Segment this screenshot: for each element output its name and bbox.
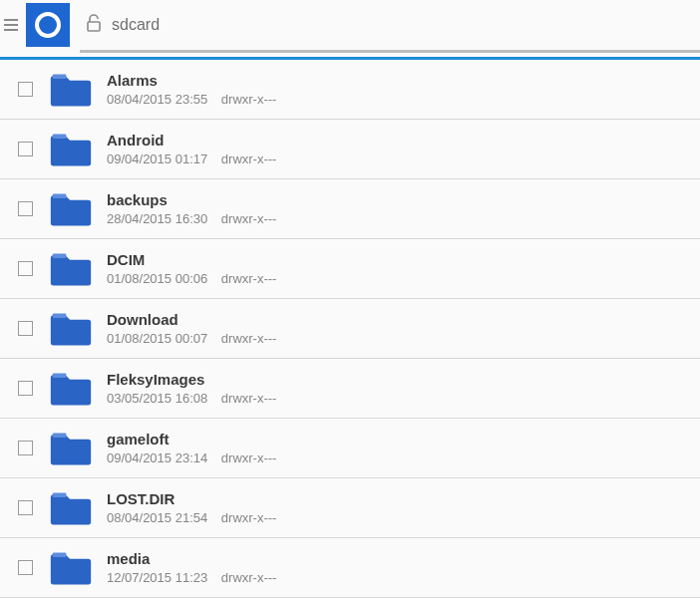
file-name: Alarms — [107, 72, 700, 89]
file-sub: 09/04/2015 23:14 drwxr-x--- — [107, 450, 700, 465]
file-permissions: drwxr-x--- — [221, 450, 277, 465]
file-name: backups — [107, 191, 700, 208]
row-meta: Download 01/08/2015 00:07 drwxr-x--- — [107, 311, 700, 346]
folder-icon — [49, 548, 93, 588]
list-item[interactable]: backups 28/04/2015 16:30 drwxr-x--- — [0, 179, 700, 239]
file-date: 12/07/2015 11:23 — [107, 570, 207, 585]
file-date: 01/08/2015 00:06 — [107, 271, 207, 286]
row-checkbox[interactable] — [18, 142, 33, 156]
file-sub: 01/08/2015 00:07 drwxr-x--- — [107, 331, 700, 346]
file-permissions: drwxr-x--- — [221, 331, 277, 346]
row-meta: gameloft 09/04/2015 23:14 drwxr-x--- — [107, 431, 700, 465]
row-meta: Alarms 08/04/2015 23:55 drwxr-x--- — [107, 72, 700, 107]
file-permissions: drwxr-x--- — [221, 151, 277, 166]
file-date: 28/04/2015 16:30 — [107, 211, 207, 226]
folder-icon — [49, 429, 93, 468]
file-name: Android — [107, 132, 700, 149]
folder-icon — [49, 488, 93, 528]
file-name: media — [107, 550, 700, 567]
row-checkbox[interactable] — [18, 381, 33, 396]
file-name: DCIM — [107, 251, 700, 268]
file-date: 09/04/2015 01:17 — [107, 151, 207, 166]
file-permissions: drwxr-x--- — [221, 570, 277, 585]
svg-rect-0 — [88, 22, 100, 31]
row-checkbox[interactable] — [18, 321, 33, 336]
svg-rect-6 — [53, 373, 67, 378]
file-sub: 03/05/2015 16:08 drwxr-x--- — [107, 391, 700, 406]
file-name: gameloft — [107, 431, 700, 448]
file-name: LOST.DIR — [107, 490, 700, 507]
folder-icon — [49, 130, 93, 169]
svg-rect-8 — [53, 492, 67, 497]
file-date: 01/08/2015 00:07 — [107, 331, 207, 346]
list-item[interactable]: Alarms 08/04/2015 23:55 drwxr-x--- — [0, 60, 700, 120]
file-permissions: drwxr-x--- — [221, 92, 277, 107]
file-sub: 09/04/2015 01:17 drwxr-x--- — [107, 151, 700, 166]
file-sub: 08/04/2015 23:55 drwxr-x--- — [107, 92, 700, 107]
row-meta: media 12/07/2015 11:23 drwxr-x--- — [107, 550, 700, 585]
list-item[interactable]: gameloft 09/04/2015 23:14 drwxr-x--- — [0, 419, 700, 478]
svg-rect-5 — [53, 313, 67, 318]
unlock-icon[interactable] — [86, 14, 102, 36]
file-permissions: drwxr-x--- — [221, 391, 277, 406]
row-checkbox[interactable] — [18, 261, 33, 276]
file-date: 03/05/2015 16:08 — [107, 391, 207, 406]
folder-icon — [49, 189, 93, 229]
folder-icon — [49, 249, 93, 289]
file-name: FleksyImages — [107, 371, 700, 388]
list-item[interactable]: FleksyImages 03/05/2015 16:08 drwxr-x--- — [0, 359, 700, 419]
file-sub: 01/08/2015 00:06 drwxr-x--- — [107, 271, 700, 286]
file-list: Alarms 08/04/2015 23:55 drwxr-x--- Andro… — [0, 60, 700, 598]
file-permissions: drwxr-x--- — [221, 510, 277, 525]
list-item[interactable]: media 12/07/2015 11:23 drwxr-x--- — [0, 538, 700, 598]
svg-rect-7 — [53, 433, 67, 438]
file-date: 08/04/2015 23:55 — [107, 92, 207, 107]
row-checkbox[interactable] — [18, 82, 33, 97]
svg-rect-1 — [53, 74, 67, 79]
list-item[interactable]: Download 01/08/2015 00:07 drwxr-x--- — [0, 299, 700, 359]
file-sub: 12/07/2015 11:23 drwxr-x--- — [107, 570, 700, 585]
menu-icon[interactable] — [4, 19, 22, 31]
folder-icon — [49, 369, 93, 409]
folder-icon — [49, 309, 93, 349]
file-date: 09/04/2015 23:14 — [107, 450, 207, 465]
row-checkbox[interactable] — [18, 201, 33, 216]
header-bar: sdcard — [0, 0, 700, 50]
file-permissions: drwxr-x--- — [221, 271, 277, 286]
logo-circle-icon — [35, 12, 61, 38]
file-sub: 08/04/2015 21:54 drwxr-x--- — [107, 510, 700, 525]
row-meta: backups 28/04/2015 16:30 drwxr-x--- — [107, 191, 700, 226]
svg-rect-2 — [53, 134, 67, 139]
svg-rect-3 — [53, 193, 67, 198]
row-meta: DCIM 01/08/2015 00:06 drwxr-x--- — [107, 251, 700, 286]
breadcrumb-path[interactable]: sdcard — [112, 16, 160, 34]
row-meta: FleksyImages 03/05/2015 16:08 drwxr-x--- — [107, 371, 700, 406]
list-item[interactable]: DCIM 01/08/2015 00:06 drwxr-x--- — [0, 239, 700, 299]
app-logo[interactable] — [26, 3, 70, 47]
svg-rect-9 — [53, 552, 67, 557]
list-item[interactable]: LOST.DIR 08/04/2015 21:54 drwxr-x--- — [0, 478, 700, 538]
row-checkbox[interactable] — [18, 500, 33, 515]
row-checkbox[interactable] — [18, 441, 33, 455]
file-name: Download — [107, 311, 700, 328]
list-item[interactable]: Android 09/04/2015 01:17 drwxr-x--- — [0, 120, 700, 179]
row-meta: LOST.DIR 08/04/2015 21:54 drwxr-x--- — [107, 490, 700, 525]
svg-rect-4 — [53, 253, 67, 258]
file-permissions: drwxr-x--- — [221, 211, 277, 226]
file-sub: 28/04/2015 16:30 drwxr-x--- — [107, 211, 700, 226]
row-checkbox[interactable] — [18, 560, 33, 575]
row-meta: Android 09/04/2015 01:17 drwxr-x--- — [107, 132, 700, 166]
file-date: 08/04/2015 21:54 — [107, 510, 207, 525]
folder-icon — [49, 70, 93, 110]
header-underline — [80, 50, 700, 53]
